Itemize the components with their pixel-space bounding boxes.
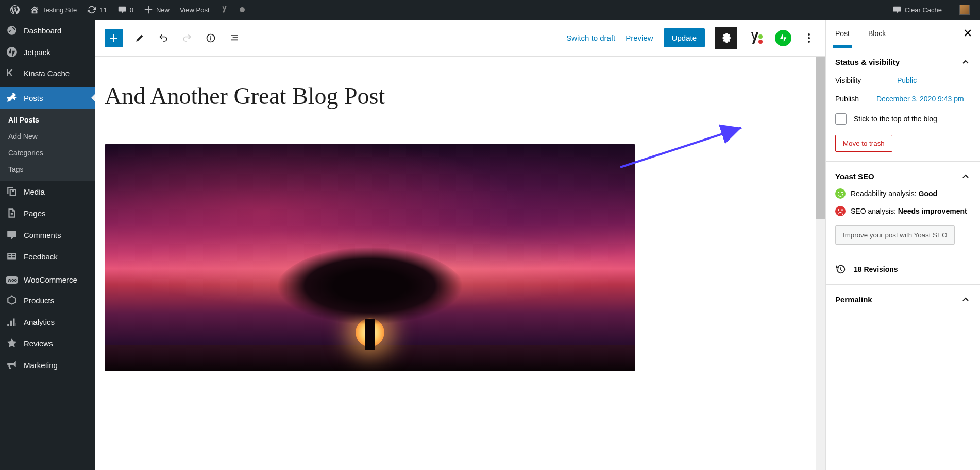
sidebar-item-products[interactable]: Products	[0, 289, 95, 311]
post-title-input[interactable]: And Another Great Blog Post	[105, 82, 385, 110]
comments-link[interactable]: 0	[112, 0, 139, 20]
panel-status-visibility: Status & visibility Visibility Public Pu…	[826, 47, 980, 162]
status-dot[interactable]	[234, 0, 250, 20]
panel-toggle-permalink[interactable]: Permalink	[835, 294, 971, 304]
text-cursor	[385, 86, 385, 110]
more-options-icon[interactable]	[802, 29, 816, 47]
sticky-checkbox[interactable]	[835, 113, 847, 125]
view-post[interactable]: View Post	[175, 0, 215, 20]
comments-link-count: 0	[130, 6, 133, 14]
update-button[interactable]: Update	[664, 28, 705, 47]
new-content[interactable]: New	[139, 0, 175, 20]
sidebar-item-pages[interactable]: Pages	[0, 202, 95, 224]
sidebar-item-dashboard[interactable]: Dashboard	[0, 20, 95, 41]
svg-point-4	[808, 33, 810, 36]
publish-value[interactable]: December 3, 2020 9:43 pm	[876, 95, 964, 103]
title-underline	[105, 120, 635, 120]
svg-line-7	[620, 128, 741, 167]
admin-bar: Testing Site 11 0 New View Post Clear Ca…	[0, 0, 980, 20]
visibility-value[interactable]: Public	[897, 76, 917, 84]
chevron-up-icon	[960, 294, 971, 304]
panel-toggle-status[interactable]: Status & visibility	[835, 57, 971, 67]
posts-submenu: All Posts Add New Categories Tags	[0, 109, 95, 181]
svg-point-2	[758, 40, 763, 44]
annotation-arrow	[618, 124, 747, 170]
yoast-adminbar[interactable]	[215, 0, 234, 20]
sidebar-item-marketing[interactable]: Marketing	[0, 354, 95, 376]
yoast-header-icon[interactable]	[747, 29, 765, 47]
close-settings-icon[interactable]: ✕	[955, 27, 980, 40]
chevron-up-icon	[960, 171, 971, 181]
sidebar-item-woocommerce[interactable]: woo WooCommerce	[0, 270, 95, 289]
submenu-tags[interactable]: Tags	[0, 161, 95, 178]
featured-image-block[interactable]	[105, 144, 635, 371]
tab-block[interactable]: Block	[859, 20, 895, 47]
sidebar-item-jetpack[interactable]: Jetpack	[0, 41, 95, 63]
submenu-add-new[interactable]: Add New	[0, 128, 95, 145]
edit-mode-icon[interactable]	[132, 31, 147, 45]
site-name-text: Testing Site	[42, 6, 77, 14]
move-to-trash-button[interactable]: Move to trash	[835, 135, 892, 152]
block-editor: Switch to draft Preview Update	[95, 20, 980, 470]
scrollbar-thumb[interactable]	[816, 57, 825, 219]
svg-point-3	[758, 34, 763, 39]
switch-to-draft-button[interactable]: Switch to draft	[566, 33, 615, 42]
scrollbar-track[interactable]	[816, 57, 825, 470]
clear-cache[interactable]: Clear Cache	[887, 0, 947, 20]
wp-logo[interactable]	[5, 0, 25, 20]
readability-status-icon	[835, 188, 846, 199]
undo-icon[interactable]	[156, 31, 171, 45]
submenu-categories[interactable]: Categories	[0, 145, 95, 161]
site-name[interactable]: Testing Site	[25, 0, 82, 20]
editor-toolbar: Switch to draft Preview Update	[95, 20, 825, 57]
info-icon[interactable]	[204, 31, 218, 45]
svg-point-0	[7, 47, 17, 57]
revisions-row[interactable]: 18 Revisions	[826, 254, 980, 285]
sticky-label: Stick to the top of the blog	[854, 115, 937, 123]
preview-button[interactable]: Preview	[626, 33, 653, 42]
sidebar-item-media[interactable]: Media	[0, 181, 95, 202]
tab-post[interactable]: Post	[826, 20, 859, 47]
admin-sidebar: Dashboard Jetpack K Kinsta Cache Posts A…	[0, 20, 95, 470]
visibility-label: Visibility	[835, 76, 897, 84]
history-icon	[835, 264, 847, 275]
svg-point-6	[808, 41, 810, 43]
panel-toggle-yoast[interactable]: Yoast SEO	[835, 171, 971, 181]
add-block-button[interactable]	[105, 29, 123, 47]
seo-status-icon	[835, 206, 846, 216]
jetpack-header-icon[interactable]	[775, 30, 791, 46]
publish-label: Publish	[835, 95, 876, 103]
sidebar-item-feedback[interactable]: Feedback	[0, 246, 95, 267]
updates[interactable]: 11	[82, 0, 112, 20]
redo-icon	[180, 31, 194, 45]
sidebar-item-analytics[interactable]: Analytics	[0, 311, 95, 333]
panel-permalink: Permalink	[826, 285, 980, 314]
improve-yoast-button[interactable]: Improve your post with Yoast SEO	[835, 225, 955, 245]
new-label: New	[156, 6, 170, 14]
user-avatar[interactable]	[954, 0, 975, 20]
outline-icon[interactable]	[227, 31, 242, 45]
chevron-up-icon	[960, 57, 971, 67]
sidebar-item-reviews[interactable]: Reviews	[0, 333, 95, 354]
settings-button[interactable]	[715, 27, 737, 49]
editor-canvas[interactable]: And Another Great Blog Post	[95, 57, 825, 470]
sidebar-item-comments[interactable]: Comments	[0, 224, 95, 246]
updates-count: 11	[99, 6, 107, 14]
panel-yoast: Yoast SEO Readability analysis: Good SEO…	[826, 162, 980, 254]
sidebar-item-kinsta[interactable]: K Kinsta Cache	[0, 63, 95, 84]
submenu-all-posts[interactable]: All Posts	[0, 112, 95, 128]
svg-point-5	[808, 37, 810, 39]
settings-sidebar: Post Block ✕ Status & visibility Visibil…	[825, 20, 980, 470]
settings-tabs: Post Block ✕	[826, 20, 980, 47]
sidebar-item-posts[interactable]: Posts	[0, 87, 95, 109]
